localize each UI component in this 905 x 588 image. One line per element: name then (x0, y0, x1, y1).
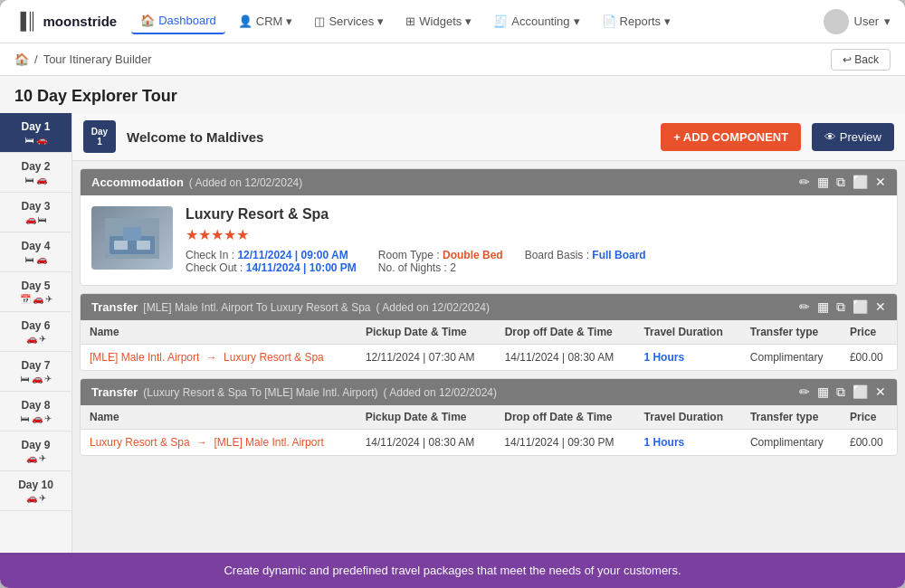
window-icon[interactable]: ⬜ (853, 175, 868, 190)
window-icon-t1[interactable]: ⬜ (853, 299, 868, 315)
hotel-image-svg (105, 218, 159, 259)
sidebar-day9-label: Day 9 (4, 439, 68, 451)
transfer1-price: £00.00 (841, 345, 897, 371)
sidebar-item-day7[interactable]: Day 7 🛏🚗✈ (0, 352, 71, 392)
transfer2-added: ( Added on 12/02/2024) (384, 386, 497, 399)
sidebar-day3-icons: 🚗🛏 (4, 214, 68, 224)
content-area: Day 1 Welcome to Maldives + ADD COMPONEN… (72, 113, 905, 553)
receipt-icon: 🧾 (493, 14, 508, 28)
nav-widgets[interactable]: ⊞ Widgets ▾ (396, 9, 481, 33)
room-type-label: Room Type : (378, 249, 440, 261)
sidebar-day10-icons: 🚗✈ (4, 493, 68, 503)
copy-icon-t2[interactable]: ⧉ (836, 384, 845, 400)
transfer2-duration: 1 Hours (635, 430, 741, 456)
day-number: 1 (97, 137, 102, 147)
window-icon-t2[interactable]: ⬜ (853, 384, 868, 400)
nav-services[interactable]: ◫ Services ▾ (305, 9, 393, 33)
copy-icon[interactable]: ⧉ (836, 175, 845, 190)
chevron-down-icon: ▾ (286, 14, 292, 28)
col-name-t2: Name (81, 405, 357, 430)
preview-button[interactable]: 👁 Preview (812, 123, 894, 151)
sidebar-item-day1[interactable]: Day 1 🛏🚗 (0, 113, 71, 153)
breadcrumb: 🏠 / Tour Itinerary Builder ↩ Back (0, 43, 905, 76)
board-basis-label: Board Basis : (525, 249, 589, 261)
day-header: Day 1 Welcome to Maldives + ADD COMPONEN… (72, 113, 905, 161)
transfer2-from[interactable]: Luxury Resort & Spa (90, 436, 190, 449)
nav-accounting[interactable]: 🧾 Accounting ▾ (484, 9, 588, 33)
nav-crm[interactable]: 👤 CRM ▾ (229, 9, 302, 33)
transfer2-pickup: 14/11/2024 | 08:30 AM (357, 430, 496, 456)
sidebar-day5-label: Day 5 (4, 280, 68, 292)
sidebar-item-day10[interactable]: Day 10 🚗✈ (0, 471, 71, 511)
sidebar-day4-icons: 🛏🚗 (4, 254, 68, 264)
transfer2-to[interactable]: [MLE] Male Intl. Airport (214, 436, 323, 449)
transfer2-type: Complimentary (741, 430, 841, 456)
transfer1-to[interactable]: Luxury Resort & Spa (224, 351, 324, 364)
col-pickup-t1: Pickup Date & Time (357, 320, 496, 345)
sidebar-item-day4[interactable]: Day 4 🛏🚗 (0, 232, 71, 272)
sidebar-item-day9[interactable]: Day 9 🚗✈ (0, 432, 71, 471)
board-basis-value: Full Board (592, 249, 645, 261)
table-icon-t2[interactable]: ▦ (817, 384, 829, 400)
nights-value: 2 (450, 261, 456, 274)
accommodation-section: Accommodation ( Added on 12/02/2024) ✏ ▦… (80, 168, 898, 286)
chevron-down-icon-3: ▾ (465, 14, 472, 28)
logo: ▐║ moonstride (14, 12, 117, 31)
close-icon[interactable]: ✕ (875, 175, 886, 190)
day-title: Welcome to Maldives (127, 129, 650, 145)
room-info: Room Type : Double Bed No. of Nights : 2 (378, 249, 503, 274)
user-area[interactable]: User ▾ (824, 9, 891, 34)
copy-icon-t1[interactable]: ⧉ (836, 299, 845, 315)
col-pickup-t2: Pickup Date & Time (357, 405, 496, 430)
checkout-label: Check Out : (186, 261, 243, 274)
topnav: ▐║ moonstride 🏠 Dashboard 👤 CRM ▾ ◫ Serv… (0, 0, 905, 43)
logo-text: moonstride (43, 14, 118, 29)
sidebar-day4-label: Day 4 (4, 240, 68, 252)
transfer2-price: £00.00 (841, 430, 897, 456)
close-icon-t1[interactable]: ✕ (875, 299, 886, 315)
nav-reports[interactable]: 📄 Reports ▾ (593, 9, 681, 33)
col-dropoff-t1: Drop off Date & Time (496, 320, 635, 345)
sidebar-day7-icons: 🛏🚗✈ (4, 374, 68, 384)
add-component-button[interactable]: + ADD COMPONENT (661, 123, 801, 151)
room-type-value: Double Bed (443, 249, 503, 261)
back-button[interactable]: ↩ Back (831, 49, 891, 71)
accommodation-image (91, 206, 173, 270)
sidebar-day2-icons: 🛏🚗 (4, 175, 68, 185)
col-type-t2: Transfer type (741, 405, 841, 430)
transfer2-route: (Luxury Resort & Spa To [MLE] Male Intl.… (143, 386, 377, 399)
nav-dashboard[interactable]: 🏠 Dashboard (131, 8, 225, 34)
transfer1-dropoff: 14/11/2024 | 08:30 AM (496, 345, 635, 371)
col-price-t1: Price (841, 320, 897, 345)
table-icon-t1[interactable]: ▦ (817, 299, 829, 315)
edit-icon-t1[interactable]: ✏ (799, 299, 810, 315)
sidebar-day8-icons: 🛏🚗✈ (4, 413, 68, 423)
checkin-label: Check In : (186, 249, 234, 261)
sidebar-item-day8[interactable]: Day 8 🛏🚗✈ (0, 392, 71, 432)
transfer1-from[interactable]: [MLE] Male Intl. Airport (90, 351, 199, 364)
accommodation-title: Accommodation (91, 175, 184, 189)
nav-widgets-label: Widgets (419, 14, 462, 28)
sidebar-item-day6[interactable]: Day 6 🚗✈ (0, 312, 71, 352)
close-icon-t2[interactable]: ✕ (875, 384, 886, 400)
sidebar-day5-icons: 📅🚗✈ (4, 294, 68, 304)
svg-rect-2 (114, 241, 128, 250)
sidebar-item-day2[interactable]: Day 2 🛏🚗 (0, 153, 71, 193)
day-label-text: Day (91, 127, 108, 137)
home-icon: 🏠 (140, 14, 155, 27)
edit-icon[interactable]: ✏ (799, 175, 810, 190)
sidebar-day8-label: Day 8 (4, 399, 68, 412)
col-type-t1: Transfer type (741, 320, 841, 345)
sidebar-item-day3[interactable]: Day 3 🚗🛏 (0, 193, 71, 232)
accommodation-actions: ✏ ▦ ⧉ ⬜ ✕ (799, 175, 886, 190)
edit-icon-t2[interactable]: ✏ (799, 384, 810, 400)
sidebar-item-day5[interactable]: Day 5 📅🚗✈ (0, 272, 71, 312)
sidebar-day6-label: Day 6 (4, 319, 68, 332)
transfer2-name: Luxury Resort & Spa → [MLE] Male Intl. A… (81, 430, 357, 456)
accommodation-details: Luxury Resort & Spa ★★★★★ Check In : 12/… (186, 206, 886, 274)
page-title: 10 Day Explorer Tour (0, 76, 905, 113)
checkout-value: 14/11/2024 | 10:00 PM (246, 261, 357, 274)
home-breadcrumb-icon[interactable]: 🏠 (14, 52, 29, 66)
table-icon[interactable]: ▦ (817, 175, 829, 190)
svg-rect-4 (123, 227, 141, 241)
